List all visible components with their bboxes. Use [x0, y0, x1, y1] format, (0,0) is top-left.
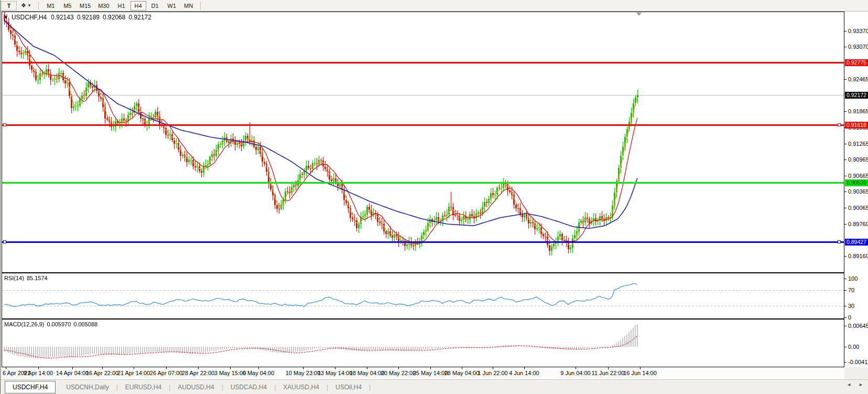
ohlc-low: 0.92068	[103, 14, 125, 21]
objects-dropdown-button[interactable]: ❖ ▼	[18, 1, 35, 10]
chart-tab-audusd[interactable]: AUDUSD,H4	[170, 381, 221, 393]
time-axis[interactable]: 6 Apr 20219 Apr 14:0014 Apr 04:0016 Apr …	[2, 367, 844, 379]
timeframe-button-M15[interactable]: M15	[77, 1, 94, 10]
price-axis-tick	[844, 224, 847, 225]
macd-panel-canvas[interactable]	[2, 320, 844, 367]
time-axis-tick	[72, 367, 73, 369]
price-axis-label: 0.89160	[848, 253, 868, 259]
timeframe-button-D1[interactable]: D1	[147, 1, 163, 10]
toolbar: T ❖ ▼ M1M5M15M30H1H4D1W1MN	[1, 0, 868, 12]
price-badge: 0.92172	[845, 92, 868, 99]
chart-tab-eurusd[interactable]: EURUSD,H4	[118, 381, 169, 393]
time-axis-tick	[198, 367, 199, 369]
chart-shift-marker[interactable]	[636, 13, 642, 16]
time-axis-tick	[493, 367, 493, 369]
tab-scroll-right-icon[interactable]: ►	[859, 382, 863, 387]
ohlc-close: 0.92172	[128, 14, 151, 21]
chart-tab-xauusd[interactable]: XAUUSD,H4	[276, 381, 327, 393]
macd-label: MACD(12,26,9) 0.005970 0.005088	[4, 321, 97, 327]
toolbar-separator	[38, 2, 39, 10]
time-axis-tick	[166, 367, 167, 369]
price-axis-tick	[844, 208, 847, 208]
time-axis-tick	[258, 367, 259, 369]
chart-tab-usdchf[interactable]: USDCHF,H4	[5, 381, 56, 393]
macd-main-value: 0.005970	[47, 321, 71, 327]
rsi-axis-tick	[844, 306, 847, 306]
chart-symbol-period: USDCHF,H4	[12, 14, 47, 21]
price-axis-tick	[844, 176, 847, 176]
macd-axis-label: -0.004129	[848, 359, 868, 365]
price-axis-tick	[844, 256, 847, 257]
tab-scroll-buttons: ◄ ►	[847, 382, 863, 387]
price-axis-label: 0.92465	[848, 76, 868, 82]
time-axis-tick	[608, 367, 609, 369]
price-badge: 0.92775	[845, 59, 868, 66]
macd-axis-tick	[844, 362, 847, 363]
timeframe-button-MN[interactable]: MN	[181, 1, 197, 10]
timeframe-button-W1[interactable]: W1	[164, 1, 180, 10]
timeframe-button-H1[interactable]: H1	[114, 1, 129, 10]
price-axis-tick	[844, 159, 847, 160]
chevron-down-icon: ▼	[27, 3, 31, 8]
chevron-down-icon[interactable]: ▼	[4, 15, 8, 20]
rsi-indicator-value: 85.1574	[27, 275, 48, 281]
rsi-axis-label: 70	[848, 287, 854, 293]
toolbar-separator	[200, 2, 201, 10]
tab-separator: |	[369, 384, 371, 391]
time-axis-tick	[134, 367, 134, 369]
text-tool-button[interactable]: T	[1, 1, 17, 10]
price-axis-tick	[844, 191, 847, 192]
macd-signal-value: 0.005088	[73, 321, 97, 327]
price-axis-label: 0.90065	[848, 205, 868, 211]
price-badge: 0.90539	[845, 179, 868, 186]
chart-tab-bar: USDCHF,H4USDCNH,Daily|EURUSD,H4|AUDUSD,H…	[1, 379, 868, 394]
time-axis-label: 4 Jun 14:00	[499, 370, 549, 376]
chart-tab-usdcad[interactable]: USDCAD,H4	[223, 381, 274, 393]
price-axis-label: 0.93070	[848, 44, 868, 50]
rsi-axis-tick	[844, 317, 847, 318]
time-axis-tick	[6, 367, 6, 369]
timeframe-button-M30[interactable]: M30	[95, 1, 112, 10]
rsi-label: RSI(14) 85.1574	[4, 275, 48, 281]
timeframe-button-M1[interactable]: M1	[43, 1, 59, 10]
rsi-panel-canvas[interactable]	[2, 273, 844, 318]
price-axis-tick	[844, 144, 847, 144]
chart-tab-usdcnh[interactable]: USDCNH,Daily	[59, 381, 116, 393]
macd-axis-tick	[844, 326, 847, 326]
objects-tool-icon: ❖	[21, 2, 26, 9]
time-axis-tick	[640, 367, 641, 369]
rsi-axis-tick	[844, 279, 847, 279]
price-badge: 0.89427	[845, 239, 868, 246]
rsi-axis-label: 0	[848, 314, 851, 321]
macd-axis-label: 0.006451	[848, 323, 868, 329]
price-axis-tick	[844, 47, 847, 47]
price-axis-label: 0.89760	[848, 221, 868, 227]
time-axis-tick	[102, 367, 103, 369]
timeframe-button-H4[interactable]: H4	[131, 1, 146, 10]
timeframe-button-group: M1M5M15M30H1H4D1W1MN	[42, 1, 197, 10]
time-axis-tick	[576, 367, 576, 369]
chart-legend: ▼ USDCHF,H4 0.92143 0.92189 0.92068 0.92…	[4, 14, 151, 21]
time-axis-label: 16 Jun 14:00	[615, 370, 665, 376]
chart-tab-usoil[interactable]: USOil,H4	[328, 381, 369, 393]
time-axis-tick	[462, 367, 462, 369]
time-axis-tick	[430, 367, 431, 369]
macd-indicator-name: MACD(12,26,9)	[4, 321, 44, 327]
price-axis-label: 0.91265	[848, 141, 868, 147]
time-axis-tick	[230, 367, 231, 369]
rsi-indicator-name: RSI(14)	[4, 275, 24, 281]
time-axis-tick	[524, 367, 525, 369]
main-chart-canvas[interactable]	[2, 12, 844, 272]
ohlc-open: 0.92143	[51, 14, 73, 21]
tab-scroll-left-icon[interactable]: ◄	[847, 382, 851, 387]
time-axis-tick	[303, 367, 303, 369]
time-axis-tick	[398, 367, 399, 369]
price-axis-tick	[844, 111, 847, 112]
price-axis-label: 0.90965	[848, 156, 868, 163]
macd-axis-label: 0.00	[848, 344, 859, 350]
time-axis-label: 6 May 04:00	[233, 370, 284, 376]
price-axis-tick	[844, 31, 847, 31]
price-axis-label: 0.93370	[848, 28, 868, 34]
macd-axis-tick	[844, 347, 847, 347]
timeframe-button-M5[interactable]: M5	[60, 1, 75, 10]
